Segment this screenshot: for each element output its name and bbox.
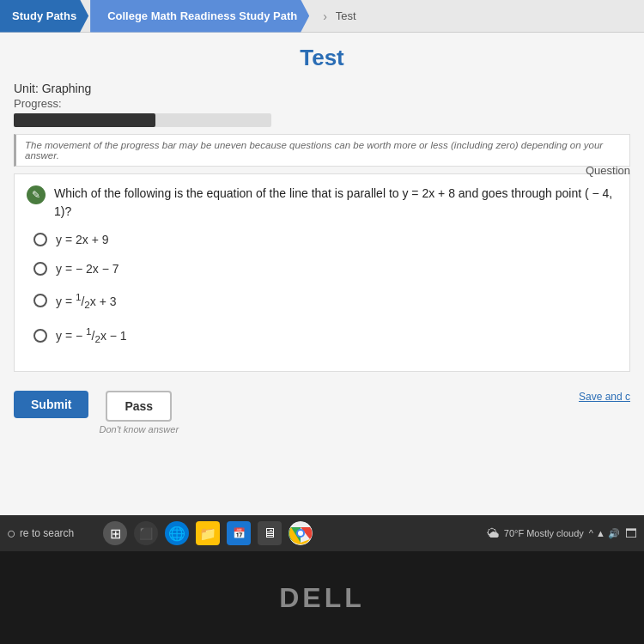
answer-option-4[interactable]: y = − 1/2x − 1 (33, 325, 617, 344)
taskbar-right: 🌥 70°F Mostly cloudy ^ ▲ 🔊 🗖 (487, 526, 637, 540)
taskbar-explorer-icon[interactable]: 📁 (196, 521, 220, 545)
pass-container: Pass Don't know answer (99, 391, 179, 434)
submit-button[interactable]: Submit (14, 391, 88, 418)
search-icon: ○ (7, 525, 16, 543)
breadcrumb-study-paths[interactable]: Study Paths (0, 0, 88, 33)
breadcrumb: Study Paths College Math Readiness Study… (0, 0, 644, 33)
question-block: ✎ Which of the following is the equation… (14, 173, 630, 372)
radio-2[interactable] (33, 262, 47, 276)
answer-text-3: y = 1/2x + 3 (56, 291, 117, 310)
answer-text-2: y = − 2x − 7 (56, 262, 119, 276)
taskbar: ○ re to search ⊞ ⬛ 🌐 📁 📅 🖥 🌥 70°F Mostly… (0, 515, 644, 551)
taskbar-cortana-icon[interactable]: ⬛ (134, 521, 158, 545)
breadcrumb-college-math[interactable]: College Math Readiness Study Path (90, 0, 309, 33)
answer-option-2[interactable]: y = − 2x − 7 (33, 262, 617, 276)
taskbar-search[interactable]: ○ re to search (7, 525, 74, 543)
answer-option-3[interactable]: y = 1/2x + 3 (33, 291, 617, 310)
taskbar-notifications[interactable]: 🗖 (625, 526, 637, 540)
page-title: Test (0, 33, 644, 78)
info-note: The movement of the progress bar may be … (14, 134, 630, 167)
taskbar-system-icons: ^ ▲ 🔊 (589, 528, 620, 539)
progress-bar-container (14, 113, 271, 127)
progress-label: Progress: (14, 97, 630, 110)
taskbar-edge-icon[interactable]: 🌐 (165, 521, 189, 545)
taskbar-chrome-icon[interactable] (289, 521, 313, 545)
unit-label: Unit: Graphing (14, 82, 630, 95)
answer-text-1: y = 2x + 9 (56, 233, 108, 246)
taskbar-calendar-icon[interactable]: 📅 (227, 521, 251, 545)
save-link[interactable]: Save and c (579, 391, 630, 403)
question-label: Question (586, 164, 630, 177)
dell-logo: DELL (279, 582, 365, 614)
unit-section: Unit: Graphing Progress: Question (0, 78, 644, 127)
pencil-icon: ✎ (27, 185, 46, 204)
answer-options: y = 2x + 9 y = − 2x − 7 y = 1/2x + 3 y =… (27, 233, 617, 345)
dont-know-label: Don't know answer (99, 424, 179, 434)
question-text: Which of the following is the equation o… (54, 185, 617, 221)
radio-1[interactable] (33, 233, 47, 246)
taskbar-search-icon[interactable]: ⊞ (103, 521, 127, 545)
taskbar-icons: ⊞ ⬛ 🌐 📁 📅 🖥 (103, 521, 313, 545)
taskbar-search-text: re to search (20, 527, 74, 539)
progress-bar-fill (14, 113, 155, 127)
answer-text-4: y = − 1/2x − 1 (56, 325, 127, 344)
svg-point-2 (298, 531, 303, 536)
pass-button[interactable]: Pass (106, 391, 172, 422)
radio-3[interactable] (33, 294, 47, 307)
weather-icon: 🌥 (487, 526, 499, 540)
breadcrumb-test: Test (331, 9, 356, 22)
action-bar: Submit Pass Don't know answer Save and c (0, 379, 644, 438)
radio-4[interactable] (33, 329, 47, 343)
dell-area: DELL (0, 551, 644, 644)
weather-text: 70°F Mostly cloudy (504, 528, 584, 538)
breadcrumb-arrow: › (323, 9, 327, 23)
question-header: ✎ Which of the following is the equation… (27, 185, 617, 221)
answer-option-1[interactable]: y = 2x + 9 (33, 233, 617, 246)
taskbar-monitor-icon[interactable]: 🖥 (258, 521, 282, 545)
